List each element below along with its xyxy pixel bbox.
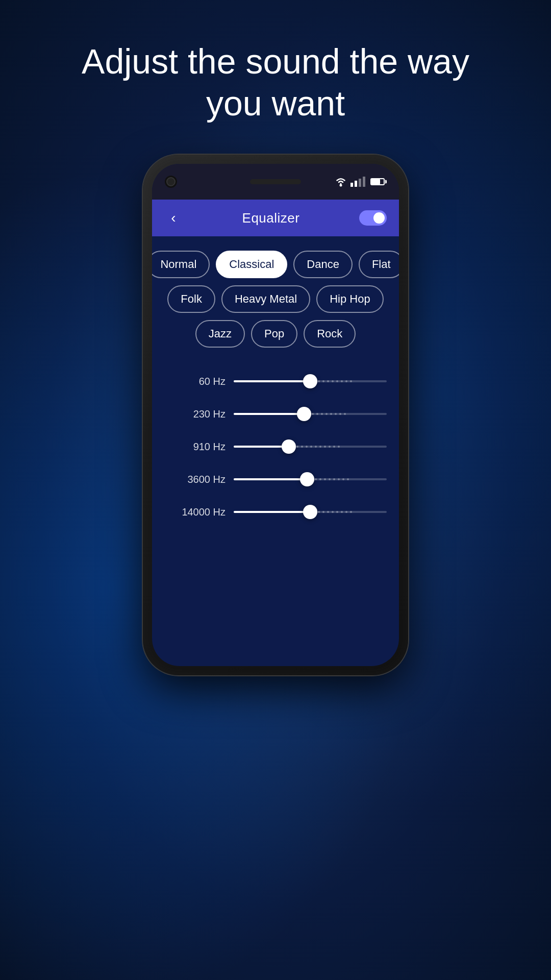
slider-230hz-row: 230 Hz xyxy=(164,407,387,421)
battery-icon xyxy=(370,178,385,185)
slider-60hz-row: 60 Hz xyxy=(164,374,387,388)
app-header: ‹ Equalizer xyxy=(152,200,399,236)
slider-60hz-track[interactable] xyxy=(234,374,387,388)
slider-3600hz-track[interactable] xyxy=(234,472,387,486)
slider-3600hz-label: 3600 Hz xyxy=(164,474,226,485)
slider-910hz-track[interactable] xyxy=(234,439,387,454)
preset-jazz[interactable]: Jazz xyxy=(195,320,245,348)
slider-14000hz-label: 14000 Hz xyxy=(164,506,226,518)
status-bar xyxy=(334,177,385,187)
slider-14000hz-track[interactable] xyxy=(234,505,387,519)
slider-60hz-label: 60 Hz xyxy=(164,376,226,387)
preset-heavy-metal[interactable]: Heavy Metal xyxy=(221,285,310,313)
phone-camera xyxy=(166,177,176,186)
preset-row-1: Normal Classical Dance Flat xyxy=(161,251,390,278)
preset-flat[interactable]: Flat xyxy=(359,251,399,278)
preset-row-3: Jazz Pop Rock xyxy=(161,320,390,348)
sliders-area: 60 Hz 230 Hz xyxy=(152,362,399,550)
slider-230hz-track[interactable] xyxy=(234,407,387,421)
equalizer-toggle[interactable] xyxy=(359,210,387,226)
wifi-icon xyxy=(334,177,347,187)
preset-classical[interactable]: Classical xyxy=(216,251,287,278)
signal-bars xyxy=(350,177,365,187)
phone-shell: ‹ Equalizer Normal Classical Dance Flat … xyxy=(143,155,408,675)
preset-hip-hop[interactable]: Hip Hop xyxy=(316,285,383,313)
slider-910hz-label: 910 Hz xyxy=(164,441,226,453)
phone-speaker xyxy=(250,179,301,184)
status-bar-area xyxy=(152,164,399,200)
svg-point-0 xyxy=(340,184,342,187)
preset-normal[interactable]: Normal xyxy=(152,251,210,278)
phone-mockup: ‹ Equalizer Normal Classical Dance Flat … xyxy=(143,155,408,675)
preset-folk[interactable]: Folk xyxy=(167,285,215,313)
presets-area: Normal Classical Dance Flat Folk Heavy M… xyxy=(152,236,399,362)
slider-14000hz-row: 14000 Hz xyxy=(164,505,387,519)
phone-screen: ‹ Equalizer Normal Classical Dance Flat … xyxy=(152,164,399,666)
slider-3600hz-row: 3600 Hz xyxy=(164,472,387,486)
header-title: Equalizer xyxy=(242,210,300,226)
preset-dance[interactable]: Dance xyxy=(293,251,353,278)
preset-row-2: Folk Heavy Metal Hip Hop xyxy=(161,285,390,313)
slider-910hz-row: 910 Hz xyxy=(164,439,387,454)
page-headline: Adjust the sound the way you want xyxy=(77,41,474,124)
preset-pop[interactable]: Pop xyxy=(251,320,297,348)
slider-230hz-label: 230 Hz xyxy=(164,408,226,420)
back-button[interactable]: ‹ xyxy=(164,210,183,226)
preset-rock[interactable]: Rock xyxy=(304,320,356,348)
